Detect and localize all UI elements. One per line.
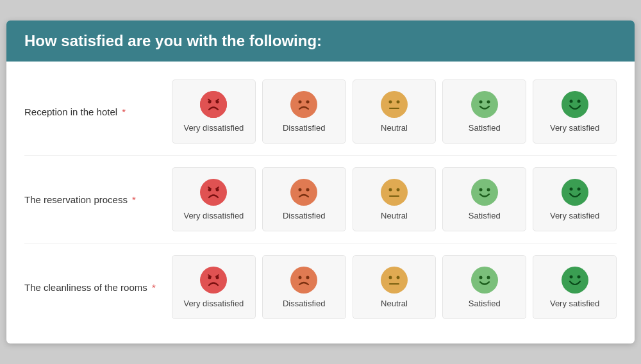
svg-point-47 xyxy=(577,275,580,278)
svg-point-7 xyxy=(388,100,392,103)
option-satisfied-3[interactable]: Satisfied xyxy=(442,255,526,319)
option-label-dissatisfied-2: Dissatisfied xyxy=(283,211,325,222)
option-very-satisfied-2[interactable]: Very satisfied xyxy=(533,167,617,231)
face-very-satisfied-1 xyxy=(562,91,588,118)
svg-point-38 xyxy=(381,267,408,294)
svg-point-19 xyxy=(290,179,317,206)
face-very-dissatisfied-3 xyxy=(200,267,227,294)
svg-point-43 xyxy=(479,276,482,279)
option-dissatisfied-1[interactable]: Dissatisfied xyxy=(262,79,346,144)
svg-point-20 xyxy=(299,188,302,191)
face-very-dissatisfied-1 xyxy=(200,91,227,118)
option-label-very-satisfied-2: Very satisfied xyxy=(550,211,599,222)
svg-point-22 xyxy=(381,179,408,206)
option-very-dissatisfied-1[interactable]: Very dissatisfied xyxy=(172,79,256,144)
option-label-very-satisfied-3: Very satisfied xyxy=(550,299,599,310)
option-very-satisfied-1[interactable]: Very satisfied xyxy=(533,79,617,144)
question-row-1: Reception in the hotel * Very xyxy=(24,68,617,156)
option-label-satisfied-1: Satisfied xyxy=(469,123,501,134)
question-label-2: The reservation process * xyxy=(24,193,172,206)
svg-point-32 xyxy=(200,267,227,294)
face-neutral-2 xyxy=(381,179,408,206)
option-very-dissatisfied-2[interactable]: Very dissatisfied xyxy=(172,167,256,231)
option-satisfied-1[interactable]: Satisfied xyxy=(442,79,526,144)
svg-point-13 xyxy=(562,91,588,118)
question-row-3: The cleanliness of the rooms * xyxy=(24,244,617,331)
svg-point-26 xyxy=(471,179,498,206)
svg-point-14 xyxy=(569,99,572,103)
option-label-satisfied-3: Satisfied xyxy=(469,299,501,310)
svg-point-27 xyxy=(479,188,482,191)
svg-point-36 xyxy=(299,276,302,279)
svg-point-31 xyxy=(577,187,580,190)
face-dissatisfied-1 xyxy=(290,91,317,118)
svg-point-10 xyxy=(471,91,498,118)
option-label-very-dissatisfied-1: Very dissatisfied xyxy=(183,123,244,134)
option-label-very-satisfied-1: Very satisfied xyxy=(550,123,599,134)
svg-point-42 xyxy=(471,267,498,294)
svg-point-6 xyxy=(381,91,408,118)
option-label-neutral-1: Neutral xyxy=(381,123,408,134)
question-label-3: The cleanliness of the rooms * xyxy=(24,281,172,294)
svg-point-45 xyxy=(562,267,588,294)
svg-point-5 xyxy=(306,100,310,103)
option-dissatisfied-2[interactable]: Dissatisfied xyxy=(262,167,346,231)
svg-point-3 xyxy=(290,91,317,118)
svg-point-29 xyxy=(562,179,588,206)
face-satisfied-1 xyxy=(471,91,498,118)
svg-point-0 xyxy=(200,91,227,118)
option-label-satisfied-2: Satisfied xyxy=(469,211,501,222)
face-neutral-1 xyxy=(381,91,408,118)
options-row-1: Very dissatisfied Dissatisfied xyxy=(172,79,617,144)
svg-point-11 xyxy=(479,100,482,103)
svg-point-39 xyxy=(388,276,392,279)
option-label-neutral-2: Neutral xyxy=(381,211,408,222)
svg-point-15 xyxy=(577,99,580,103)
svg-point-40 xyxy=(396,276,399,279)
face-very-satisfied-2 xyxy=(562,179,588,206)
option-dissatisfied-3[interactable]: Dissatisfied xyxy=(262,255,346,319)
option-satisfied-2[interactable]: Satisfied xyxy=(442,167,526,231)
option-label-very-dissatisfied-2: Very dissatisfied xyxy=(183,211,244,222)
options-row-3: Very dissatisfied Dissatisfied xyxy=(172,255,617,319)
svg-point-35 xyxy=(290,267,317,294)
svg-point-8 xyxy=(396,100,399,103)
svg-point-12 xyxy=(487,100,490,103)
svg-point-23 xyxy=(388,188,392,191)
option-label-dissatisfied-1: Dissatisfied xyxy=(283,123,325,134)
face-satisfied-2 xyxy=(471,179,498,206)
question-row-2: The reservation process * Ver xyxy=(24,156,617,244)
face-very-satisfied-3 xyxy=(562,267,588,294)
svg-point-24 xyxy=(396,188,399,191)
survey-content: Reception in the hotel * Very xyxy=(6,62,635,343)
survey-card: How satisfied are you with the following… xyxy=(6,21,635,343)
face-very-dissatisfied-2 xyxy=(200,179,227,206)
svg-point-4 xyxy=(299,100,302,103)
svg-point-28 xyxy=(487,188,490,191)
svg-point-37 xyxy=(306,276,310,279)
option-very-satisfied-3[interactable]: Very satisfied xyxy=(533,255,617,319)
option-very-dissatisfied-3[interactable]: Very dissatisfied xyxy=(172,255,256,319)
header-title: How satisfied are you with the following… xyxy=(24,32,322,49)
option-neutral-1[interactable]: Neutral xyxy=(353,79,437,144)
options-row-2: Very dissatisfied Dissatisfied xyxy=(172,167,617,231)
option-label-dissatisfied-3: Dissatisfied xyxy=(283,299,325,310)
face-dissatisfied-2 xyxy=(290,179,317,206)
required-marker-3: * xyxy=(149,282,156,293)
face-satisfied-3 xyxy=(471,267,498,294)
svg-point-21 xyxy=(306,188,310,191)
option-neutral-3[interactable]: Neutral xyxy=(353,255,437,319)
svg-point-46 xyxy=(569,275,572,278)
option-label-very-dissatisfied-3: Very dissatisfied xyxy=(183,299,244,310)
svg-point-30 xyxy=(569,187,572,190)
question-label-1: Reception in the hotel * xyxy=(24,105,172,119)
face-neutral-3 xyxy=(381,267,408,294)
svg-point-44 xyxy=(487,276,490,279)
option-label-neutral-3: Neutral xyxy=(381,299,408,310)
survey-header: How satisfied are you with the following… xyxy=(6,21,635,62)
option-neutral-2[interactable]: Neutral xyxy=(353,167,437,231)
required-marker-1: * xyxy=(119,106,126,117)
required-marker-2: * xyxy=(129,194,136,205)
face-dissatisfied-3 xyxy=(290,267,317,294)
svg-point-16 xyxy=(200,179,227,206)
